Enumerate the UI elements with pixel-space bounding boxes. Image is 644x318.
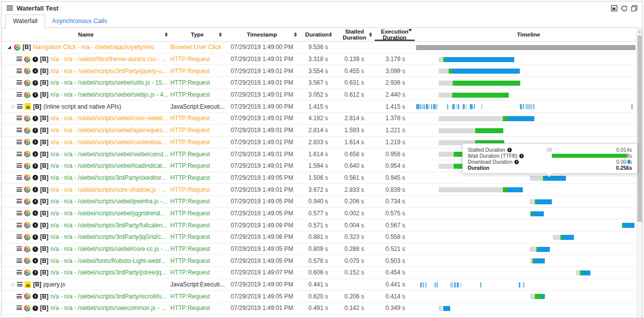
timeline-js-tick[interactable]: [433, 104, 436, 109]
open-in-window-icon[interactable]: [631, 5, 637, 12]
timeline-bar-segment-green[interactable]: [475, 128, 503, 133]
timeline-bar-segment-dark[interactable]: [416, 45, 635, 50]
row-menu-icon[interactable]: [17, 234, 22, 239]
table-row[interactable]: i[B]n/a - n/a - /siebel/scripts/siebel/s…: [2, 89, 642, 101]
row-menu-icon[interactable]: [17, 128, 22, 133]
column-header-tl[interactable]: Timeline: [415, 28, 642, 41]
timeline-js-tick[interactable]: [416, 104, 419, 109]
column-header-type[interactable]: Type: [170, 28, 224, 41]
request-name[interactable]: n/a - n/a - /siebel/scripts/core-shadow.…: [51, 186, 166, 193]
request-name[interactable]: n/a - n/a - /siebel/scripts/siebel/loadi…: [51, 162, 167, 169]
request-name[interactable]: n/a - n/a - /siebel/scripts/siebel/ajaxr…: [51, 127, 168, 134]
table-row[interactable]: i[B]n/a - n/a - /siebel/scripts/siebel/a…: [2, 125, 642, 137]
timeline-bar-segment-gray[interactable]: [439, 128, 475, 133]
table-row[interactable]: i[B]n/a - n/a - /siebel/scripts/core-sha…: [2, 184, 642, 196]
request-name[interactable]: n/a - n/a - /siebel/scripts/siebel/jqgri…: [51, 210, 165, 217]
timeline-bar-segment-blue[interactable]: [452, 69, 520, 74]
timeline-bar-segment-blue[interactable]: [508, 187, 523, 192]
row-menu-icon[interactable]: [17, 223, 22, 228]
request-name[interactable]: n/a - n/a - /siebel/scripts/3rdParty/cke…: [51, 174, 166, 181]
scroll-up-button[interactable]: ▲: [637, 29, 642, 35]
table-row[interactable]: [B]Navigation Click - n/a - /siebel/app/…: [2, 42, 642, 54]
request-name[interactable]: n/a - n/a - /siebel/scripts/siebel/core-…: [51, 245, 169, 252]
timeline-bar-segment-gray[interactable]: [439, 164, 454, 169]
request-name[interactable]: jquery.js: [44, 281, 66, 288]
sort-icon[interactable]: [165, 33, 168, 37]
row-menu-icon[interactable]: [17, 294, 22, 299]
timeline-bar-segment-green[interactable]: [453, 81, 520, 86]
timeline-bar-segment-gray[interactable]: [553, 235, 560, 240]
timeline-js-tick[interactable]: [421, 104, 423, 109]
timeline-js-tick[interactable]: [454, 282, 456, 287]
request-name[interactable]: n/a - n/a - /siebel/files/theme-aurora.c…: [51, 56, 166, 63]
timeline-js-tick[interactable]: [519, 282, 520, 287]
timeline-js-tick[interactable]: [424, 104, 425, 109]
collapse-caret-icon[interactable]: ▷: [12, 282, 15, 287]
timeline-js-tick[interactable]: [481, 104, 482, 109]
column-header-exec[interactable]: Execution Duration: [375, 28, 415, 41]
request-name[interactable]: n/a - n/a - /siebel/scripts/3rdParty/jqG…: [51, 233, 166, 240]
row-menu-icon[interactable]: [17, 116, 22, 121]
timeline-bar-segment-blue[interactable]: [562, 235, 574, 240]
request-name[interactable]: n/a - n/a - /siebel/scripts/3rdParty/jqu…: [51, 68, 167, 75]
timeline-js-tick[interactable]: [435, 282, 436, 287]
timeline-bar-segment-gray[interactable]: [439, 57, 443, 62]
row-menu-icon[interactable]: [17, 258, 22, 263]
export-image-icon[interactable]: [611, 5, 617, 12]
collapse-caret-icon[interactable]: ▷: [12, 104, 15, 109]
row-menu-icon[interactable]: [17, 270, 22, 275]
timeline-js-tick[interactable]: [423, 282, 424, 287]
timeline-bar-segment-gray[interactable]: [530, 294, 535, 299]
table-row[interactable]: i[B]n/a - n/a - /siebel/scripts/swecommo…: [2, 302, 642, 314]
timeline-js-tick[interactable]: [463, 104, 465, 109]
row-menu-icon[interactable]: [17, 69, 22, 74]
timeline-js-tick[interactable]: [460, 282, 461, 287]
row-menu-icon[interactable]: [17, 57, 22, 62]
timeline-bar-segment-blue[interactable]: [582, 270, 590, 275]
timeline-bar-segment-gray[interactable]: [530, 199, 535, 204]
sort-icon[interactable]: [369, 33, 372, 37]
table-row[interactable]: i[B]n/a - n/a - /siebel/scripts/3rdParty…: [2, 231, 642, 243]
timeline-js-tick[interactable]: [470, 104, 473, 109]
request-name[interactable]: n/a - n/a - /siebel/scripts/siebel/pwinf…: [51, 198, 167, 205]
refresh-icon[interactable]: [621, 5, 627, 12]
timeline-bar-segment-blue[interactable]: [443, 306, 450, 311]
table-row[interactable]: i[B]n/a - n/a - /siebel/scripts/siebel/c…: [2, 113, 642, 125]
column-header-dur[interactable]: Duration: [299, 28, 335, 41]
table-row[interactable]: i[B]n/a - n/a - /siebel/scripts/3rdParty…: [2, 65, 642, 77]
timeline-js-tick[interactable]: [458, 104, 459, 109]
sort-icon[interactable]: [329, 33, 332, 37]
table-row[interactable]: ▷JS[B]jquery.jsJavaScript:Executi...07/2…: [2, 279, 642, 291]
request-name[interactable]: Navigation Click - n/a - /siebel/app/loy…: [33, 44, 155, 51]
timeline-js-tick[interactable]: [523, 104, 524, 109]
timeline-js-tick[interactable]: [429, 104, 430, 109]
request-name[interactable]: n/a - n/a - /siebel/scripts/3rdParty/ful…: [51, 222, 167, 229]
request-name[interactable]: n/a - n/a - /siebel/scripts/siebel/core-…: [51, 115, 168, 122]
row-menu-icon[interactable]: [17, 92, 22, 97]
table-row[interactable]: i[B]n/a - n/a - /siebel/fonts/Roboto-Lig…: [2, 255, 642, 267]
sort-desc-icon[interactable]: [408, 32, 412, 38]
row-menu-icon[interactable]: [17, 163, 22, 168]
timeline-bar-segment-blue[interactable]: [536, 199, 552, 204]
table-row[interactable]: i[B]n/a - n/a - /siebel/scripts/3rdParty…: [2, 219, 642, 231]
timeline-js-tick[interactable]: [456, 104, 457, 109]
row-menu-icon[interactable]: [17, 211, 22, 216]
timeline-bar-segment-gray[interactable]: [530, 176, 543, 181]
timeline-js-tick[interactable]: [480, 282, 481, 287]
table-row[interactable]: i[B]n/a - n/a - /siebel/files/theme-auro…: [2, 54, 642, 66]
row-menu-icon[interactable]: [17, 187, 22, 192]
timeline-bar-segment-blue[interactable]: [538, 247, 550, 252]
timeline-js-tick[interactable]: [631, 104, 632, 109]
column-header-stall[interactable]: Stalled Duration: [335, 28, 375, 41]
timeline-js-tick[interactable]: [450, 282, 453, 287]
timeline-js-tick[interactable]: [452, 104, 455, 109]
timeline-js-tick[interactable]: [420, 104, 421, 109]
timeline-bar-segment-blue[interactable]: [534, 258, 545, 263]
row-menu-icon[interactable]: [17, 140, 22, 145]
request-name[interactable]: n/a - n/a - /siebel/scripts/siebel/siebj…: [51, 91, 168, 98]
request-name[interactable]: n/a - n/a - /siebel/scripts/siebel/utils…: [51, 79, 167, 86]
request-name[interactable]: n/a - n/a - /siebel/scripts/siebel/siebe…: [51, 151, 168, 158]
scrollbar-thumb[interactable]: [637, 36, 642, 222]
timeline-bar-segment-gray[interactable]: [576, 270, 580, 275]
timeline-js-tick[interactable]: [523, 282, 525, 287]
